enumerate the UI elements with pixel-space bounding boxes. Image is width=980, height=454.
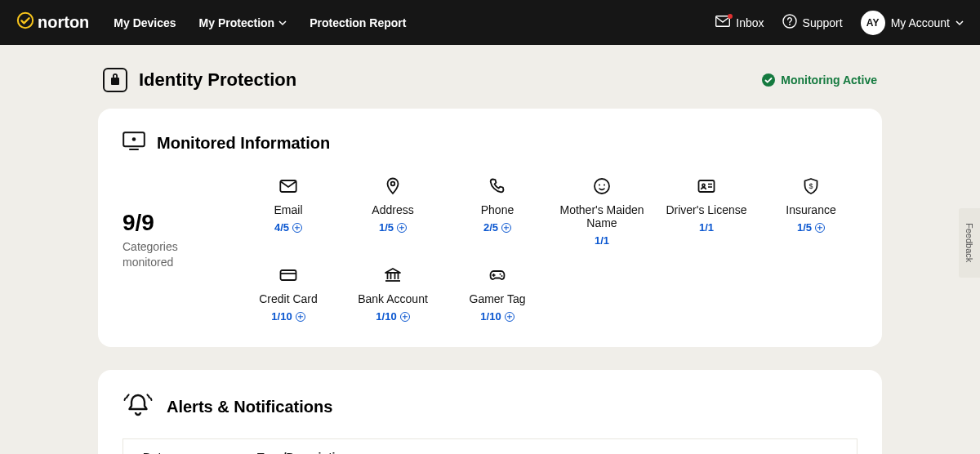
svg-point-14 bbox=[702, 184, 705, 186]
mon-label: Email bbox=[274, 203, 302, 216]
nav-protection-report[interactable]: Protection Report bbox=[310, 16, 406, 29]
brand-logo[interactable]: norton bbox=[16, 11, 89, 33]
mon-count-link[interactable]: 4/5 bbox=[274, 221, 302, 234]
mon-count-link[interactable]: 1/5 bbox=[797, 221, 825, 234]
nav-my-account[interactable]: AY My Account bbox=[861, 11, 964, 35]
mon-label: Driver's License bbox=[666, 203, 746, 216]
svg-point-3 bbox=[789, 24, 791, 25]
mon-count-link[interactable]: 1/5 bbox=[379, 221, 407, 234]
card-header: Monitored Information bbox=[122, 131, 858, 154]
nav-right: Inbox Support AY My Account bbox=[715, 11, 964, 35]
plus-circle-icon bbox=[400, 312, 410, 322]
plus-circle-icon bbox=[505, 312, 514, 322]
mon-item-insurance: $ Insurance 1/5 bbox=[764, 177, 858, 247]
plus-circle-icon bbox=[815, 223, 825, 233]
plus-circle-icon bbox=[397, 223, 407, 233]
monitor-icon bbox=[122, 131, 145, 154]
monitored-info-card: Monitored Information 9/9 Categories mon… bbox=[98, 109, 882, 347]
monitored-summary: 9/9 Categories monitored bbox=[122, 177, 212, 323]
svg-point-6 bbox=[132, 137, 136, 141]
svg-point-28 bbox=[501, 275, 503, 277]
chevron-down-icon bbox=[956, 16, 964, 29]
id-card-icon bbox=[697, 177, 715, 198]
mon-count-link[interactable]: 2/5 bbox=[483, 221, 511, 234]
mon-label: Mother's Maiden Name bbox=[555, 203, 648, 229]
phone-icon bbox=[488, 177, 506, 198]
svg-point-9 bbox=[391, 182, 395, 186]
bank-icon bbox=[384, 266, 402, 287]
svg-text:$: $ bbox=[808, 182, 813, 190]
bell-alert-icon bbox=[122, 393, 154, 421]
page-title-group: Identity Protection bbox=[103, 68, 296, 92]
alerts-card: Alerts & Notifications Date Type/Descrip… bbox=[98, 370, 882, 454]
nav-my-devices[interactable]: My Devices bbox=[114, 16, 176, 29]
mail-icon bbox=[715, 16, 730, 29]
chevron-down-icon bbox=[278, 16, 287, 29]
mon-count: 1/1 bbox=[595, 234, 609, 247]
avatar: AY bbox=[861, 11, 885, 35]
notification-dot bbox=[728, 14, 733, 19]
nav-inbox[interactable]: Inbox bbox=[715, 16, 764, 29]
mon-item-dl: Driver's License 1/1 bbox=[660, 177, 753, 247]
svg-point-27 bbox=[500, 274, 501, 275]
mon-item-creditcard: Credit Card 1/10 bbox=[242, 266, 335, 323]
feedback-tab[interactable]: Feedback bbox=[959, 208, 980, 278]
summary-label: Categories monitored bbox=[122, 239, 212, 270]
mon-item-email: Email 4/5 bbox=[242, 177, 335, 247]
svg-point-11 bbox=[599, 185, 600, 186]
credit-card-icon bbox=[279, 266, 297, 287]
svg-rect-13 bbox=[699, 180, 715, 192]
page-header: Identity Protection Monitoring Active bbox=[98, 68, 882, 92]
th-date: Date bbox=[143, 451, 257, 454]
nav-support[interactable]: Support bbox=[782, 14, 843, 31]
mon-count-link[interactable]: 1/10 bbox=[271, 310, 305, 323]
mon-label: Phone bbox=[481, 203, 514, 216]
card-title: Alerts & Notifications bbox=[167, 398, 332, 416]
mon-label: Credit Card bbox=[259, 292, 318, 305]
nav-links: My Devices My Protection Protection Repo… bbox=[114, 16, 406, 29]
svg-point-4 bbox=[762, 73, 775, 87]
mon-item-mmn: Mother's Maiden Name 1/1 bbox=[555, 177, 648, 247]
address-pin-icon bbox=[384, 177, 402, 198]
plus-circle-icon bbox=[501, 223, 511, 233]
identity-protection-icon bbox=[103, 68, 127, 92]
page-container: Identity Protection Monitoring Active Mo… bbox=[98, 45, 882, 454]
svg-point-12 bbox=[604, 185, 605, 186]
summary-count: 9/9 bbox=[122, 210, 212, 236]
mon-item-bank: Bank Account 1/10 bbox=[346, 266, 439, 323]
face-icon bbox=[593, 177, 611, 198]
mon-count: 1/1 bbox=[699, 221, 714, 234]
mon-count-link[interactable]: 1/10 bbox=[376, 310, 409, 323]
svg-rect-18 bbox=[281, 270, 296, 280]
gamepad-icon bbox=[488, 266, 506, 287]
plus-circle-icon bbox=[296, 312, 305, 322]
mon-label: Insurance bbox=[786, 203, 835, 216]
card-header: Alerts & Notifications bbox=[122, 393, 858, 421]
mon-item-gamer: Gamer Tag 1/10 bbox=[451, 266, 544, 323]
mon-item-phone: Phone 2/5 bbox=[451, 177, 544, 247]
mon-label: Address bbox=[372, 203, 413, 216]
email-icon bbox=[279, 177, 297, 198]
svg-point-0 bbox=[18, 13, 33, 28]
shield-dollar-icon: $ bbox=[802, 177, 820, 198]
mon-item-address: Address 1/5 bbox=[346, 177, 439, 247]
card-title: Monitored Information bbox=[157, 134, 330, 153]
mon-label: Bank Account bbox=[358, 292, 428, 305]
check-circle-icon bbox=[762, 73, 775, 87]
monitoring-status: Monitoring Active bbox=[762, 73, 877, 87]
monitored-grid: Email 4/5 Address 1/5 Phone 2/5 bbox=[242, 177, 858, 323]
mon-label: Gamer Tag bbox=[470, 292, 526, 305]
svg-point-10 bbox=[595, 179, 609, 194]
plus-circle-icon bbox=[292, 223, 302, 233]
brand-text: norton bbox=[38, 13, 89, 32]
top-nav: norton My Devices My Protection Protecti… bbox=[0, 0, 980, 45]
th-desc: Type/Description bbox=[257, 451, 350, 454]
mon-count-link[interactable]: 1/10 bbox=[480, 310, 514, 323]
norton-check-icon bbox=[16, 11, 34, 33]
alerts-table-header: Date Type/Description bbox=[122, 438, 858, 454]
nav-my-protection[interactable]: My Protection bbox=[199, 16, 287, 29]
question-circle-icon bbox=[782, 14, 797, 31]
page-title: Identity Protection bbox=[139, 69, 296, 91]
